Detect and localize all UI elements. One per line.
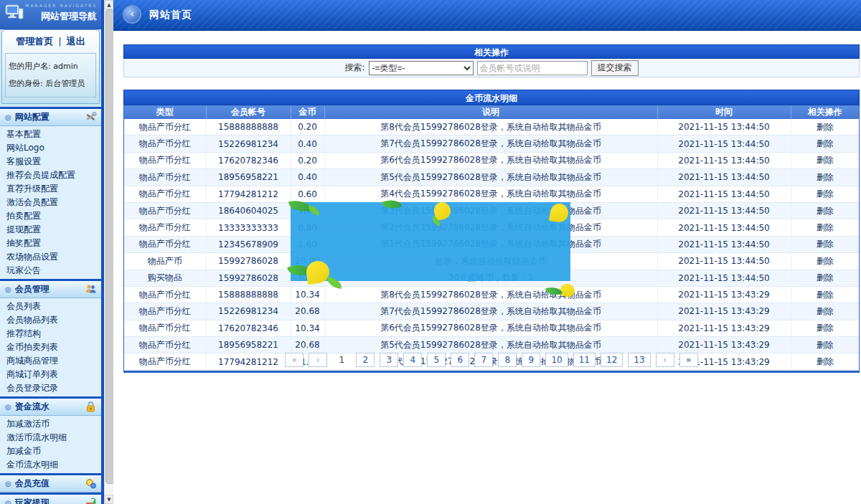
censor-overlay xyxy=(291,202,570,281)
cell-desc: 第7代会员15992786028登录，系统自动拾取其物品金币 xyxy=(324,303,657,320)
sidebar-item[interactable]: 基本配置 xyxy=(0,128,101,141)
cell-time: 2021-11-15 13:43:29 xyxy=(657,286,791,303)
delete-link[interactable]: 删除 xyxy=(817,189,834,199)
sidebar-item[interactable]: 加减激活币 xyxy=(0,417,101,431)
sidebar-item[interactable]: 商城商品管理 xyxy=(0,354,101,368)
sidebar-section-header[interactable]: ◎网站配置 xyxy=(0,109,101,126)
prev-page-button[interactable]: ‹ xyxy=(309,353,327,367)
sidebar-item[interactable]: 金币拍卖列表 xyxy=(0,341,101,354)
delete-link[interactable]: 删除 xyxy=(817,340,834,350)
page-button-11[interactable]: 11 xyxy=(573,353,596,367)
column-header: 会员帐号 xyxy=(206,105,291,119)
cell-account: 15226981234 xyxy=(206,303,291,320)
cell-desc: 第8代会员15992786028登录，系统自动拾取其物品金币 xyxy=(324,119,657,135)
sidebar-item[interactable]: 推荐会员提成配置 xyxy=(0,168,101,182)
back-button[interactable]: ‹ xyxy=(123,5,141,24)
sidebar-item[interactable]: 推荐结构 xyxy=(0,327,101,341)
sidebar-item[interactable]: 会员物品列表 xyxy=(0,313,101,327)
sidebar-item[interactable]: 拍卖配置 xyxy=(0,209,101,223)
sidebar-section: ◎会员管理会员列表会员物品列表推荐结构金币拍卖列表商城商品管理商城订单列表会员登… xyxy=(0,279,101,396)
search-label: 搜索: xyxy=(344,62,364,74)
delete-link[interactable]: 删除 xyxy=(817,272,834,282)
delete-link[interactable]: 删除 xyxy=(817,239,834,249)
page-button-10[interactable]: 10 xyxy=(545,353,568,367)
coin-flow-title: 金币流水明细 xyxy=(123,90,860,105)
delete-link[interactable]: 删除 xyxy=(817,155,834,165)
cell-time: 2021-11-15 13:44:50 xyxy=(657,270,791,286)
delete-link[interactable]: 删除 xyxy=(817,206,834,216)
page-button-12[interactable]: 12 xyxy=(601,353,623,367)
column-header: 相关操作 xyxy=(791,105,859,119)
delete-link[interactable]: 删除 xyxy=(817,122,834,132)
cell-action: 删除 xyxy=(791,320,859,336)
table-row: 物品产币分红152269812340.40第7代会员15992786028登录，… xyxy=(124,135,859,152)
sidebar-section-header[interactable]: ◎会员充值 xyxy=(0,475,101,493)
page-button-13[interactable]: 13 xyxy=(628,353,650,367)
sidebar-item[interactable]: 金币流水明细 xyxy=(0,458,101,472)
logo-subtitle: MANAGER NAVIGATES xyxy=(25,3,97,8)
search-input[interactable] xyxy=(477,61,588,75)
scroll-up-icon[interactable]: ▲ xyxy=(105,0,113,9)
scroll-down-icon[interactable]: ▼ xyxy=(105,495,113,504)
operations-panel-title: 相关操作 xyxy=(123,44,860,59)
cell-time: 2021-11-15 13:44:50 xyxy=(657,119,791,135)
page-button-6[interactable]: 6 xyxy=(451,353,469,367)
page-button-9[interactable]: 9 xyxy=(522,353,540,367)
sidebar-item[interactable]: 会员列表 xyxy=(0,300,101,313)
leaf-icon xyxy=(549,202,570,224)
cell-account: 18956958221 xyxy=(206,169,291,186)
submit-search-button[interactable]: 提交搜索 xyxy=(591,60,639,76)
sidebar-section-label: 会员管理 xyxy=(15,283,50,295)
bullet-icon: ◎ xyxy=(5,499,11,504)
sidebar-item[interactable]: 农场物品设置 xyxy=(0,250,101,264)
logout-link[interactable]: 退出 xyxy=(67,36,85,47)
delete-link[interactable]: 删除 xyxy=(817,290,834,300)
sidebar-item[interactable]: 玩家公告 xyxy=(0,264,101,277)
sidebar-item[interactable]: 客服设置 xyxy=(0,155,101,168)
page-button-7[interactable]: 7 xyxy=(474,353,493,367)
type-select[interactable]: -=类型=- xyxy=(369,61,474,75)
page-button-3[interactable]: 3 xyxy=(380,353,398,367)
delete-link[interactable]: 删除 xyxy=(817,222,834,232)
sidebar-section-header[interactable]: ◎玩家提现 xyxy=(0,495,101,504)
sidebar-item[interactable]: 提现配置 xyxy=(0,223,101,237)
sidebar-item[interactable]: 直荐升级配置 xyxy=(0,182,101,196)
cell-action: 删除 xyxy=(791,236,859,252)
cell-action: 删除 xyxy=(791,337,859,353)
delete-link[interactable]: 删除 xyxy=(817,306,834,316)
page-button-1[interactable]: 1 xyxy=(332,353,351,367)
sidebar-item[interactable]: 加减金币 xyxy=(0,444,101,458)
delete-link[interactable]: 删除 xyxy=(817,138,834,148)
sidebar-item[interactable]: 抽奖配置 xyxy=(0,237,101,250)
page-button-2[interactable]: 2 xyxy=(356,353,375,367)
cell-desc: 第5代会员15992786028登录，系统自动拾取其物品金币 xyxy=(324,337,657,353)
next-page-button[interactable]: › xyxy=(656,353,674,367)
cell-type: 物品产币分红 xyxy=(124,320,206,336)
sidebar-item[interactable]: 会员登录记录 xyxy=(0,381,101,395)
page-button-8[interactable]: 8 xyxy=(498,353,517,367)
sidebar-section-header[interactable]: ◎资金流水 xyxy=(0,399,101,416)
table-row: 物品产币分红177942812120.60第4代会员15992786028登录，… xyxy=(124,186,859,202)
sidebar-item[interactable]: 激活会员配置 xyxy=(0,196,101,209)
column-header: 时间 xyxy=(657,105,791,119)
delete-link[interactable]: 删除 xyxy=(817,256,834,266)
cell-account: 15226981234 xyxy=(206,135,291,152)
sidebar-section: ◎网站配置基本配置网站Logo客服设置推荐会员提成配置直荐升级配置激活会员配置拍… xyxy=(0,107,101,279)
sidebar-item[interactable]: 网站Logo xyxy=(0,141,101,155)
delete-link[interactable]: 删除 xyxy=(817,172,834,182)
first-page-button[interactable]: « xyxy=(285,353,304,367)
sidebar-scrollbar[interactable]: ▲ ▼ xyxy=(104,0,113,504)
sidebar-item[interactable]: 商城订单列表 xyxy=(0,368,101,381)
sidebar-section-header[interactable]: ◎会员管理 xyxy=(0,281,101,298)
admin-home-link[interactable]: 管理首页 xyxy=(16,36,53,47)
delete-link[interactable]: 删除 xyxy=(817,323,834,333)
logo-title: 网站管理导航 xyxy=(41,10,97,23)
user-info-box: 您的用户名: admin 您的身份: 后台管理员 xyxy=(5,53,96,98)
page-button-4[interactable]: 4 xyxy=(403,353,422,367)
cell-account: 17620782346 xyxy=(206,152,291,168)
last-page-button[interactable]: » xyxy=(679,353,698,367)
sidebar-item[interactable]: 激活币流水明细 xyxy=(0,431,101,444)
page-button-5[interactable]: 5 xyxy=(427,353,446,367)
users-icon xyxy=(85,283,97,295)
cell-coin: 0.20 xyxy=(291,152,324,168)
